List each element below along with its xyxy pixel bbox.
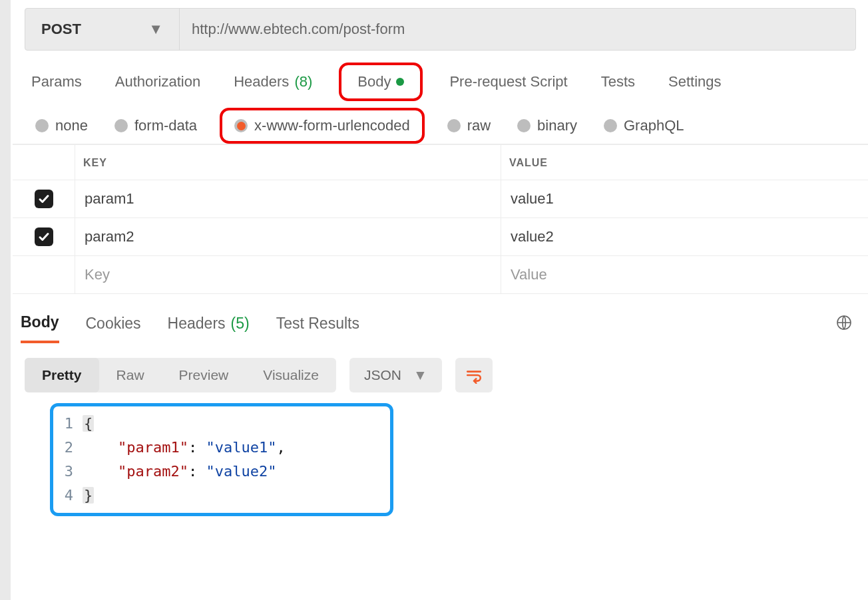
globe-icon[interactable]: [836, 315, 852, 331]
body-type-form-data-label: form-data: [134, 117, 197, 134]
kv-header-value: VALUE: [501, 145, 868, 180]
view-preview[interactable]: Preview: [162, 358, 246, 392]
main-content: POST ▼ Params Authorization Headers (8) …: [13, 0, 868, 516]
kv-key-input[interactable]: [83, 227, 493, 246]
response-tabs-row: Body Cookies Headers (5) Test Results: [13, 301, 868, 343]
view-mode-tabs: Pretty Raw Preview Visualize: [25, 358, 336, 392]
request-url-input[interactable]: [180, 9, 855, 50]
view-visualize[interactable]: Visualize: [246, 358, 336, 392]
response-language-select[interactable]: JSON ▼: [349, 358, 442, 392]
line-number: 1: [53, 412, 83, 436]
tab-body[interactable]: Body: [339, 63, 423, 101]
body-type-binary-label: binary: [537, 117, 577, 134]
tab-authorization[interactable]: Authorization: [115, 73, 200, 90]
line-number: 2: [53, 436, 83, 460]
response-tab-headers-label: Headers: [168, 315, 226, 333]
tab-settings[interactable]: Settings: [668, 73, 722, 90]
kv-value-input[interactable]: [509, 190, 860, 208]
http-method-label: POST: [41, 21, 81, 38]
code-text: {: [83, 412, 383, 436]
response-language-label: JSON: [364, 367, 401, 383]
table-row: [13, 180, 868, 218]
line-number: 4: [53, 484, 83, 508]
code-line: 4 }: [53, 484, 383, 508]
kv-key-input[interactable]: [83, 265, 493, 284]
tab-params[interactable]: Params: [31, 73, 82, 90]
response-tabs: Body Cookies Headers (5) Test Results: [21, 301, 359, 343]
body-type-none[interactable]: none: [35, 117, 88, 134]
view-pretty[interactable]: Pretty: [25, 358, 99, 392]
code-line: 3 "param2": "value2": [53, 460, 383, 484]
code-text: "param1": "value1",: [83, 436, 383, 460]
code-line: 2 "param1": "value1",: [53, 436, 383, 460]
kv-value-input[interactable]: [509, 265, 860, 284]
tab-headers-label: Headers: [234, 73, 289, 90]
divider: [13, 293, 868, 301]
response-tab-body[interactable]: Body: [21, 301, 59, 343]
status-dot-icon: [396, 78, 404, 86]
code-line: 1 {: [53, 412, 383, 436]
body-type-selector: none form-data x-www-form-urlencoded raw…: [13, 109, 868, 144]
tab-headers-count: (8): [294, 73, 312, 90]
radio-icon: [35, 119, 49, 132]
radio-icon: [447, 119, 461, 132]
radio-icon: [114, 119, 128, 132]
body-type-graphql[interactable]: GraphQL: [604, 117, 684, 134]
body-type-graphql-label: GraphQL: [624, 117, 684, 134]
response-tab-headers-count: (5): [231, 315, 250, 333]
chevron-down-icon: ▼: [413, 367, 427, 383]
tab-body-label: Body: [357, 73, 391, 90]
table-row: [13, 218, 868, 255]
tab-tests[interactable]: Tests: [601, 73, 635, 90]
kv-header-key: KEY: [75, 145, 501, 180]
left-rail: [0, 0, 11, 600]
kv-value-input[interactable]: [509, 227, 860, 246]
kv-key-input[interactable]: [83, 190, 493, 208]
response-view-toolbar: Pretty Raw Preview Visualize JSON ▼: [25, 358, 868, 392]
body-type-x-www-form-urlencoded[interactable]: x-www-form-urlencoded: [220, 108, 425, 144]
kv-table: KEY VALUE: [13, 144, 868, 293]
table-row-empty: [13, 255, 868, 293]
tab-headers[interactable]: Headers (8): [234, 73, 312, 90]
body-type-raw-label: raw: [467, 117, 491, 134]
view-raw[interactable]: Raw: [99, 358, 162, 392]
response-tab-test-results[interactable]: Test Results: [276, 303, 359, 342]
kv-header-row: KEY VALUE: [13, 145, 868, 180]
http-method-select[interactable]: POST ▼: [25, 9, 180, 50]
body-type-raw[interactable]: raw: [447, 117, 491, 134]
body-type-form-data[interactable]: form-data: [114, 117, 197, 134]
body-type-xwww-label: x-www-form-urlencoded: [254, 117, 410, 134]
radio-selected-icon: [234, 119, 248, 132]
response-tab-cookies[interactable]: Cookies: [86, 303, 141, 342]
code-text: }: [83, 484, 383, 508]
radio-icon: [517, 119, 531, 132]
line-number: 3: [53, 460, 83, 484]
body-type-none-label: none: [55, 117, 88, 134]
checkbox-checked-icon[interactable]: [35, 190, 53, 208]
body-type-binary[interactable]: binary: [517, 117, 577, 134]
checkbox-checked-icon[interactable]: [35, 227, 53, 246]
chevron-down-icon: ▼: [148, 21, 163, 38]
code-text: "param2": "value2": [83, 460, 383, 484]
request-tabs: Params Authorization Headers (8) Body Pr…: [13, 51, 868, 109]
request-url-bar: POST ▼: [25, 8, 856, 51]
radio-icon: [604, 119, 617, 132]
response-tab-headers[interactable]: Headers (5): [168, 303, 250, 342]
wrap-lines-button[interactable]: [455, 358, 493, 392]
tab-pre-request[interactable]: Pre-request Script: [449, 73, 567, 90]
response-body-code: 1 { 2 "param1": "value1", 3 "param2": "v…: [50, 403, 393, 516]
